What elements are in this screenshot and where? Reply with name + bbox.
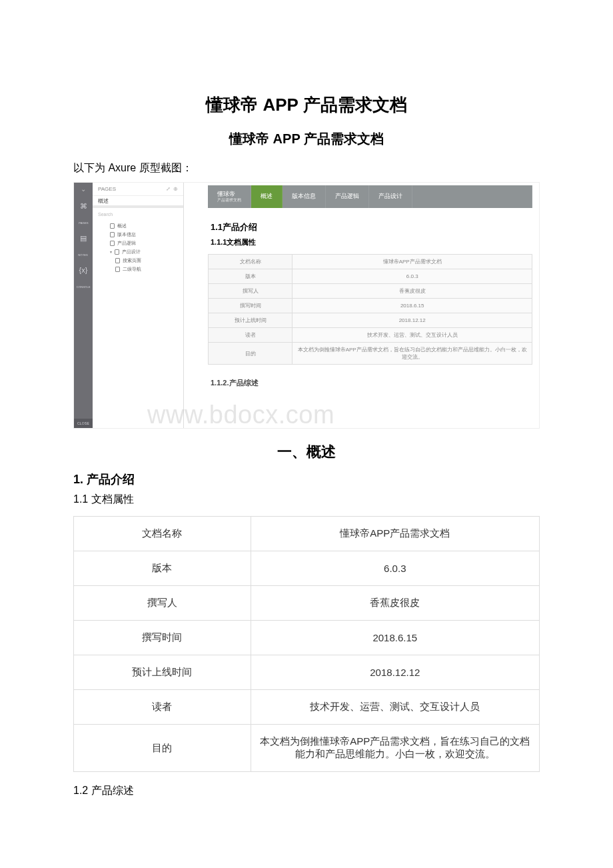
axure-screenshot: ⌄ ⌘ PAGES ▤ NOTES {x} CONSOLE CLOSE PAGE… — [73, 182, 540, 429]
tree-item[interactable]: 搜索页面 — [98, 256, 178, 265]
table-key: 文档名称 — [209, 255, 293, 269]
pages-label: PAGES — [98, 186, 116, 192]
add-icon[interactable]: ⊕ — [173, 186, 178, 192]
doc-icon: ▤ — [79, 234, 88, 243]
nav-tab[interactable]: 产品设计 — [369, 185, 412, 208]
table-value: 2018.6.15 — [251, 621, 539, 655]
tree-item[interactable]: 版本信息 — [98, 230, 178, 239]
page-icon — [115, 267, 120, 272]
tree-item-label: 概述 — [117, 223, 127, 229]
page-icon — [115, 258, 120, 263]
table-row: 撰写时间2018.6.15 — [74, 621, 540, 655]
table-key: 撰写时间 — [74, 621, 251, 655]
axure-main: 懂球帝产品需求文档概述版本信息产品逻辑产品设计 1.1产品介绍 1.1.1文档属… — [184, 183, 539, 428]
ax-attr-table: 文档名称懂球帝APP产品需求文档版本6.0.3撰写人香蕉皮很皮撰写时间2018.… — [208, 254, 532, 365]
table-row: 版本6.0.3 — [209, 269, 532, 284]
section-h3b: 1.2 产品综述 — [73, 784, 540, 798]
pages-tag: PAGES — [79, 221, 88, 224]
table-row: 读者技术开发、运营、测试、交互设计人员 — [74, 690, 540, 725]
table-key: 文档名称 — [74, 517, 251, 551]
table-row: 预计上线时间2018.12.12 — [209, 313, 532, 328]
fx-icon: {x} — [79, 266, 88, 275]
notes-tag: NOTES — [79, 253, 89, 256]
tree-item-label: 版本信息 — [117, 231, 136, 238]
section-heading: 一、概述 — [73, 442, 540, 462]
table-key: 版本 — [209, 269, 293, 284]
page-icon — [110, 232, 115, 237]
section-h3a: 1.1 文档属性 — [73, 493, 540, 507]
search-input[interactable]: Search — [93, 208, 183, 220]
tree-item[interactable]: 产品逻辑 — [98, 239, 178, 247]
sidebar-panel: PAGES ⤢ ⊕ 概述 Search 概述版本信息产品逻辑▾产品设计搜索页面二… — [93, 183, 183, 428]
page-icon — [115, 249, 119, 255]
nav-tab[interactable]: 版本信息 — [283, 185, 326, 208]
section-h2: 1. 产品介绍 — [73, 471, 540, 487]
table-value: 香蕉皮很皮 — [293, 284, 532, 299]
console-tag: CONSOLE — [77, 285, 91, 288]
tab-title: 产品设计 — [378, 193, 402, 200]
page-icon — [110, 223, 115, 229]
active-page-label: 概述 — [93, 196, 183, 205]
tab-title: 懂球帝 — [217, 191, 241, 198]
nav-tab[interactable]: 概述 — [251, 185, 283, 208]
close-button[interactable]: CLOSE — [74, 419, 93, 428]
tab-title: 产品逻辑 — [335, 193, 359, 200]
table-row: 目的本文档为倒推懂球帝APP产品需求文档，旨在练习自己的文档能力和产品思维能力。… — [209, 343, 532, 365]
nav-tab-rest — [412, 185, 532, 208]
table-key: 读者 — [209, 328, 293, 343]
sitemap-icon: ⌘ — [79, 202, 88, 211]
table-value: 2018.6.15 — [293, 299, 532, 313]
table-key: 目的 — [209, 343, 293, 365]
table-key: 撰写人 — [209, 284, 293, 299]
pages-header: PAGES ⤢ ⊕ — [93, 183, 183, 196]
table-key: 预计上线时间 — [74, 655, 251, 690]
tree-item[interactable]: ▾产品设计 — [98, 247, 178, 256]
caption: 以下为 Axure 原型截图： — [73, 161, 540, 175]
sidebar-icon-rail: ⌄ ⌘ PAGES ▤ NOTES {x} CONSOLE — [74, 183, 93, 428]
nav-tab[interactable]: 产品逻辑 — [326, 185, 369, 208]
table-value: 懂球帝APP产品需求文档 — [293, 255, 532, 269]
tab-subtitle: 产品需求文档 — [217, 198, 241, 203]
table-row: 版本6.0.3 — [74, 551, 540, 586]
tree-item-label: 搜索页面 — [123, 257, 141, 264]
table-value: 本文档为倒推懂球帝APP产品需求文档，旨在练习自己的文档能力和产品思维能力。小白… — [293, 343, 532, 365]
nav-tab[interactable]: 懂球帝产品需求文档 — [208, 185, 251, 208]
table-value: 技术开发、运营、测试、交互设计人员 — [293, 328, 532, 343]
page-icon — [110, 241, 115, 246]
table-value: 2018.12.12 — [251, 655, 539, 690]
table-key: 撰写人 — [74, 586, 251, 621]
table-value: 6.0.3 — [251, 551, 539, 586]
tree-item-label: 产品设计 — [122, 249, 141, 255]
table-key: 目的 — [74, 725, 251, 772]
top-nav: 懂球帝产品需求文档概述版本信息产品逻辑产品设计 — [208, 185, 532, 208]
ax-heading-3: 1.1.2.产品综述 — [211, 378, 532, 388]
table-value: 2018.12.12 — [293, 313, 532, 328]
doc-attr-table: 文档名称懂球帝APP产品需求文档版本6.0.3撰写人香蕉皮很皮撰写时间2018.… — [73, 516, 540, 772]
tree-item[interactable]: 概述 — [98, 221, 178, 230]
table-key: 读者 — [74, 690, 251, 725]
ax-heading-1: 1.1产品介绍 — [211, 221, 532, 233]
tree-item[interactable]: 二级导航 — [98, 265, 178, 273]
ax-heading-2: 1.1.1文档属性 — [211, 237, 532, 247]
table-value: 本文档为倒推懂球帝APP产品需求文档，旨在练习自己的文档能力和产品思维能力。小白… — [251, 725, 539, 772]
table-value: 6.0.3 — [293, 269, 532, 284]
tab-title: 版本信息 — [292, 193, 316, 200]
table-row: 撰写人香蕉皮很皮 — [209, 284, 532, 299]
table-row: 文档名称懂球帝APP产品需求文档 — [209, 255, 532, 269]
tab-title: 概述 — [261, 193, 273, 200]
table-key: 版本 — [74, 551, 251, 586]
table-key: 预计上线时间 — [209, 313, 293, 328]
title-main: 懂球帝 APP 产品需求文档 — [73, 93, 540, 117]
table-value: 香蕉皮很皮 — [251, 586, 539, 621]
expand-icon[interactable]: ⤢ — [166, 186, 171, 192]
table-row: 读者技术开发、运营、测试、交互设计人员 — [209, 328, 532, 343]
title-sub: 懂球帝 APP 产品需求文档 — [73, 130, 540, 148]
table-value: 懂球帝APP产品需求文档 — [251, 517, 539, 551]
chevron-down-icon: ⌄ — [81, 185, 86, 193]
caret-icon: ▾ — [110, 249, 112, 254]
table-row: 撰写人香蕉皮很皮 — [74, 586, 540, 621]
tree-item-label: 二级导航 — [123, 266, 141, 273]
table-row: 撰写时间2018.6.15 — [209, 299, 532, 313]
tree-item-label: 产品逻辑 — [117, 240, 136, 247]
table-key: 撰写时间 — [209, 299, 293, 313]
